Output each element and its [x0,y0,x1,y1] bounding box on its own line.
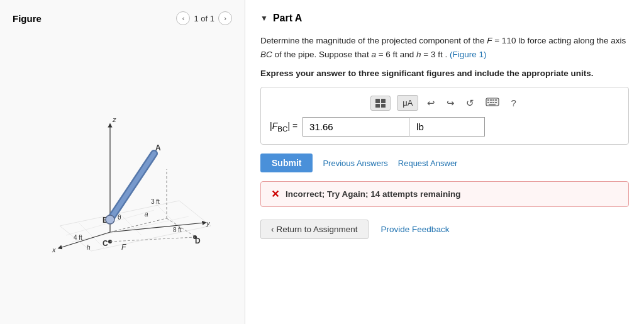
svg-text:a: a [145,211,148,218]
svg-point-33 [106,215,114,224]
svg-rect-41 [490,99,492,101]
problem-text-4: = 6 ft and [376,50,416,59]
problem-text-1: Determine the magnitude of the projected… [260,36,487,45]
nav-prev-button[interactable]: ‹ [176,11,190,25]
collapse-arrow[interactable]: ▼ [260,14,268,23]
return-arrow: ‹ [271,225,274,234]
nav-next-button[interactable]: › [218,11,232,25]
error-icon: ✕ [271,188,279,200]
svg-text:x: x [52,246,56,254]
left-panel: Figure ‹ 1 of 1 › [0,0,245,324]
svg-rect-47 [495,102,497,103]
svg-line-19 [110,154,154,220]
svg-text:8 ft: 8 ft [173,226,182,233]
help-icon[interactable]: ? [508,96,518,109]
undo-icon[interactable]: ↩ [425,96,438,110]
figure-image-area: x y z B A C D F [0,33,245,318]
matrix-button[interactable] [370,96,391,111]
problem-text-5: = 3 ft . [421,50,450,59]
svg-rect-36 [381,99,386,103]
input-row: |FBC| = [270,117,619,137]
input-label: |FBC| = [270,121,297,133]
svg-line-6 [154,202,179,227]
bc-var: BC [260,50,272,59]
keyboard-icon[interactable] [483,96,502,109]
svg-text:A: A [155,143,161,152]
return-to-assignment-button[interactable]: ‹ Return to Assignment [260,220,369,239]
svg-rect-43 [495,99,497,101]
right-panel: ▼ Part A Determine the magnitude of the … [245,0,644,324]
problem-text: Determine the magnitude of the projected… [260,34,629,61]
svg-rect-44 [487,102,489,103]
svg-rect-37 [375,104,380,108]
svg-text:F: F [121,243,126,252]
reset-icon[interactable]: ↺ [464,96,477,110]
mu-button[interactable]: μΑ [397,95,418,111]
toolbar: μΑ ↩ ↪ ↺ ? [270,95,619,111]
submit-row: Submit Previous Answers Request Answer [260,154,629,172]
value-input[interactable] [303,117,409,137]
svg-rect-40 [487,99,489,101]
svg-rect-35 [375,99,380,103]
part-title: Part A [273,13,303,24]
svg-text:h: h [87,244,91,251]
svg-line-17 [167,218,198,238]
answer-box: μΑ ↩ ↪ ↺ ? |FBC| [260,87,629,145]
previous-answers-link[interactable]: Previous Answers [323,159,387,168]
svg-text:3 ft: 3 ft [151,198,160,205]
figure-diagram: x y z B A C D F [28,87,217,264]
redo-icon[interactable]: ↪ [444,96,457,110]
svg-rect-42 [492,99,494,101]
svg-text:z: z [112,116,116,123]
nav-count: 1 of 1 [194,14,214,23]
part-header: ▼ Part A [260,13,629,24]
figure-nav: ‹ 1 of 1 › [176,11,232,25]
matrix-icon [375,98,386,108]
provide-feedback-link[interactable]: Provide Feedback [381,225,450,234]
svg-rect-38 [381,104,386,108]
a-var: a [371,50,376,59]
problem-text-3: of the pipe. Suppose that [272,50,372,59]
svg-rect-46 [492,102,494,103]
request-answer-link[interactable]: Request Answer [398,159,458,168]
error-box: ✕ Incorrect; Try Again; 14 attempts rema… [260,181,629,207]
figure-title: Figure [13,13,176,24]
svg-line-34 [110,237,195,242]
figure-link[interactable]: (Figure 1) [450,50,487,59]
submit-button[interactable]: Submit [260,154,313,172]
svg-text:C: C [103,239,108,248]
svg-rect-45 [490,102,492,103]
return-label: Return to Assignment [277,225,358,234]
keyboard-svg [486,98,499,106]
error-text: Incorrect; Try Again; 14 attempts remain… [286,189,461,199]
bottom-row: ‹ Return to Assignment Provide Feedback [260,220,629,239]
problem-text-2: = 110 lb force acting along the axis [492,36,626,45]
figure-header: Figure ‹ 1 of 1 › [0,6,245,30]
svg-line-11 [110,223,204,232]
svg-line-2 [91,226,211,251]
unit-input[interactable] [409,117,485,137]
express-text: Express your answer to three significant… [260,69,629,78]
svg-line-8 [72,216,189,242]
svg-text:θ: θ [118,214,121,221]
svg-text:4 ft: 4 ft [74,234,82,241]
svg-rect-48 [489,104,496,106]
h-var: h [416,50,421,59]
